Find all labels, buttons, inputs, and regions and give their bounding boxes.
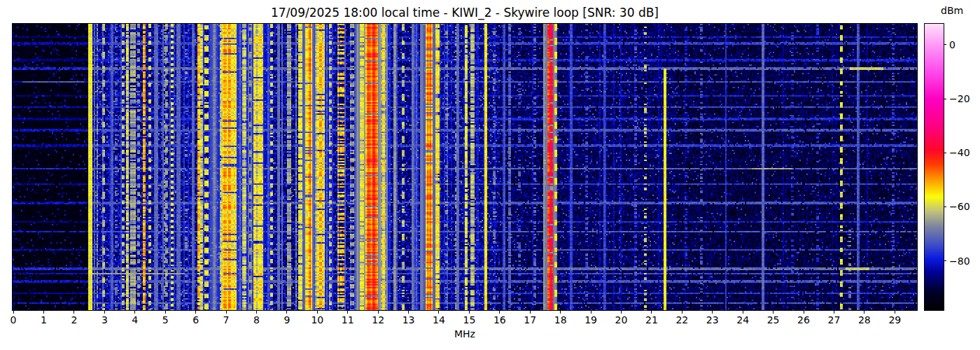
x-tick-label: 22 bbox=[670, 314, 694, 326]
colorbar-tick-label: −20 bbox=[949, 93, 970, 104]
x-tick-mark bbox=[682, 311, 682, 314]
x-axis-label: MHz bbox=[12, 328, 918, 340]
colorbar-tick-label: −80 bbox=[949, 255, 970, 267]
x-tick-mark bbox=[864, 311, 864, 314]
x-tick-label: 14 bbox=[427, 314, 451, 326]
x-tick-label: 7 bbox=[214, 314, 238, 326]
x-tick-mark bbox=[104, 311, 105, 314]
x-tick-mark bbox=[226, 311, 227, 314]
colorbar-tick-mark bbox=[944, 260, 946, 261]
x-tick-label: 1 bbox=[32, 314, 56, 326]
x-tick-mark bbox=[591, 311, 592, 314]
x-tick-mark bbox=[651, 311, 652, 314]
x-tick-label: 10 bbox=[305, 314, 329, 326]
x-tick-mark bbox=[530, 311, 531, 314]
x-tick-mark bbox=[469, 311, 470, 314]
x-tick-label: 17 bbox=[518, 314, 542, 326]
x-tick-mark bbox=[43, 311, 44, 314]
x-tick-label: 19 bbox=[579, 314, 603, 326]
x-tick-label: 6 bbox=[184, 314, 208, 326]
x-tick-mark bbox=[134, 311, 135, 314]
spectrogram-figure: 17/09/2025 18:00 local time - KIWI_2 - S… bbox=[0, 0, 980, 350]
colorbar-gradient bbox=[925, 24, 944, 310]
x-tick-label: 26 bbox=[792, 314, 816, 326]
x-tick-label: 20 bbox=[610, 314, 634, 326]
chart-title: 17/09/2025 18:00 local time - KIWI_2 - S… bbox=[12, 6, 918, 20]
x-tick-label: 2 bbox=[62, 314, 86, 326]
x-tick-label: 13 bbox=[397, 314, 421, 326]
x-tick-label: 0 bbox=[1, 314, 25, 326]
x-tick-mark bbox=[834, 311, 834, 314]
x-tick-label: 5 bbox=[153, 314, 177, 326]
spectrogram-canvas bbox=[13, 24, 917, 310]
x-tick-mark bbox=[347, 311, 348, 314]
colorbar-tick-mark bbox=[944, 44, 946, 45]
colorbar-tick-label: 0 bbox=[949, 39, 955, 50]
x-tick-label: 12 bbox=[366, 314, 390, 326]
x-tick-mark bbox=[256, 311, 257, 314]
x-tick-label: 8 bbox=[244, 314, 268, 326]
x-tick-label: 16 bbox=[488, 314, 512, 326]
colorbar-tick-label: −60 bbox=[949, 201, 970, 212]
x-tick-label: 21 bbox=[640, 314, 664, 326]
x-tick-label: 3 bbox=[92, 314, 116, 326]
x-tick-mark bbox=[317, 311, 318, 314]
x-tick-mark bbox=[165, 311, 166, 314]
colorbar bbox=[924, 23, 944, 311]
x-tick-mark bbox=[712, 311, 713, 314]
x-tick-mark bbox=[408, 311, 409, 314]
colorbar-unit-label: dBm bbox=[941, 5, 963, 16]
x-tick-mark bbox=[286, 311, 287, 314]
spectrogram-plot bbox=[12, 23, 918, 311]
x-tick-label: 28 bbox=[853, 314, 876, 326]
x-tick-label: 15 bbox=[457, 314, 481, 326]
x-tick-label: 27 bbox=[822, 314, 846, 326]
x-tick-label: 24 bbox=[731, 314, 755, 326]
x-tick-label: 25 bbox=[762, 314, 785, 326]
x-tick-label: 29 bbox=[883, 314, 906, 326]
colorbar-tick-mark bbox=[944, 206, 946, 207]
x-tick-mark bbox=[560, 311, 561, 314]
x-tick-mark bbox=[195, 311, 196, 314]
colorbar-tick-mark bbox=[944, 99, 946, 99]
x-tick-mark bbox=[438, 311, 439, 314]
x-tick-mark bbox=[621, 311, 622, 314]
colorbar-tick-label: −40 bbox=[949, 147, 970, 158]
x-tick-mark bbox=[378, 311, 379, 314]
x-tick-label: 18 bbox=[549, 314, 573, 326]
x-tick-mark bbox=[13, 311, 14, 314]
x-tick-mark bbox=[895, 311, 895, 314]
x-tick-label: 11 bbox=[336, 314, 360, 326]
x-tick-mark bbox=[804, 311, 804, 314]
x-tick-mark bbox=[74, 311, 74, 314]
x-tick-mark bbox=[773, 311, 774, 314]
x-tick-label: 23 bbox=[701, 314, 724, 326]
colorbar-tick-mark bbox=[944, 153, 946, 153]
x-tick-label: 9 bbox=[275, 314, 299, 326]
x-tick-label: 4 bbox=[123, 314, 147, 326]
x-tick-mark bbox=[743, 311, 743, 314]
x-tick-mark bbox=[499, 311, 500, 314]
